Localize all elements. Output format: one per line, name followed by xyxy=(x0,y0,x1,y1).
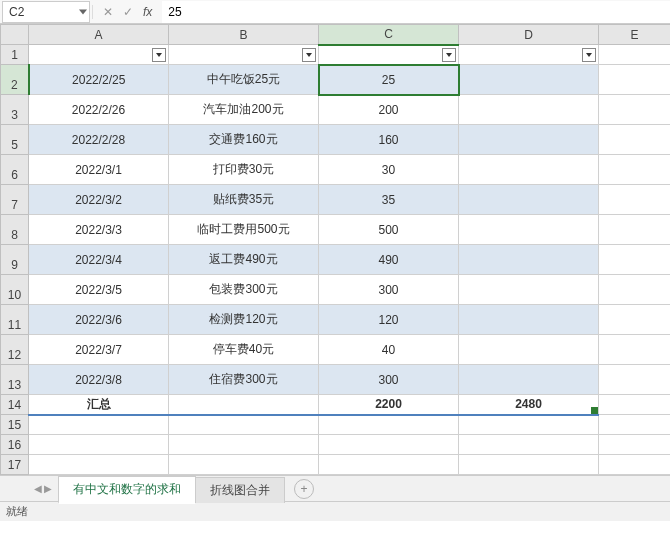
total-blank[interactable] xyxy=(169,395,319,415)
cell-extra[interactable] xyxy=(459,65,599,95)
total-amount[interactable]: 2200 xyxy=(319,395,459,415)
row-header-5[interactable]: 5 xyxy=(1,125,29,155)
cell-empty[interactable] xyxy=(29,435,169,455)
filter-button[interactable] xyxy=(152,48,166,62)
col-header-E[interactable]: E xyxy=(599,25,671,45)
add-sheet-button[interactable]: + xyxy=(294,479,314,499)
row-header-9[interactable]: 9 xyxy=(1,245,29,275)
cell-E1[interactable] xyxy=(599,45,671,65)
cell-amount[interactable]: 160 xyxy=(319,125,459,155)
cell-item[interactable]: 打印费30元 xyxy=(169,155,319,185)
cell-amount[interactable]: 35 xyxy=(319,185,459,215)
filter-button[interactable] xyxy=(582,48,596,62)
cell-E11[interactable] xyxy=(599,305,671,335)
cell-date[interactable]: 2022/3/5 xyxy=(29,275,169,305)
cell-item[interactable]: 汽车加油200元 xyxy=(169,95,319,125)
row-header-12[interactable]: 12 xyxy=(1,335,29,365)
header-item[interactable]: 报销项目 xyxy=(169,45,319,65)
header-col1[interactable]: 列1 xyxy=(459,45,599,65)
cell-empty[interactable] xyxy=(169,455,319,475)
cell-empty[interactable] xyxy=(319,455,459,475)
tab-next-icon[interactable]: ▶ xyxy=(44,483,52,494)
cell-E7[interactable] xyxy=(599,185,671,215)
cell-extra[interactable] xyxy=(459,275,599,305)
cell-item[interactable]: 返工费490元 xyxy=(169,245,319,275)
row-header-6[interactable]: 6 xyxy=(1,155,29,185)
cell-item[interactable]: 中午吃饭25元 xyxy=(169,65,319,95)
cell-item[interactable]: 包装费300元 xyxy=(169,275,319,305)
cell-date[interactable]: 2022/3/2 xyxy=(29,185,169,215)
col-header-C[interactable]: C xyxy=(319,25,459,45)
cell-empty[interactable] xyxy=(319,435,459,455)
cell-amount[interactable]: 200 xyxy=(319,95,459,125)
cell-amount[interactable]: 30 xyxy=(319,155,459,185)
cell-empty[interactable] xyxy=(459,455,599,475)
cell-date[interactable]: 2022/3/6 xyxy=(29,305,169,335)
cell-item[interactable]: 交通费160元 xyxy=(169,125,319,155)
tab-prev-icon[interactable]: ◀ xyxy=(34,483,42,494)
cell-extra[interactable] xyxy=(459,185,599,215)
row-header-13[interactable]: 13 xyxy=(1,365,29,395)
chevron-down-icon[interactable] xyxy=(79,9,87,14)
cell-empty[interactable] xyxy=(169,415,319,435)
cell-E9[interactable] xyxy=(599,245,671,275)
cell-amount[interactable]: 40 xyxy=(319,335,459,365)
cell-extra[interactable] xyxy=(459,95,599,125)
formula-input[interactable] xyxy=(162,1,670,23)
cell-extra[interactable] xyxy=(459,215,599,245)
cell-amount[interactable]: 25 xyxy=(319,65,459,95)
cell-extra[interactable] xyxy=(459,365,599,395)
fx-icon[interactable]: fx xyxy=(143,5,152,19)
name-box[interactable]: C2 xyxy=(2,1,90,23)
cell-E6[interactable] xyxy=(599,155,671,185)
cell-extra[interactable] xyxy=(459,335,599,365)
cell-extra[interactable] xyxy=(459,155,599,185)
cell-extra[interactable] xyxy=(459,245,599,275)
cell-empty[interactable] xyxy=(459,415,599,435)
cell-E5[interactable] xyxy=(599,125,671,155)
cell-item[interactable]: 贴纸费35元 xyxy=(169,185,319,215)
cell-date[interactable]: 2022/2/25 xyxy=(29,65,169,95)
cell-amount[interactable]: 490 xyxy=(319,245,459,275)
row-header-1[interactable]: 1 xyxy=(1,45,29,65)
cell-date[interactable]: 2022/2/28 xyxy=(29,125,169,155)
filter-button[interactable] xyxy=(442,48,456,62)
cell-amount[interactable]: 300 xyxy=(319,365,459,395)
confirm-icon[interactable]: ✓ xyxy=(123,5,133,19)
cell-empty[interactable] xyxy=(29,415,169,435)
cell-date[interactable]: 2022/3/4 xyxy=(29,245,169,275)
cell-date[interactable]: 2022/3/1 xyxy=(29,155,169,185)
cell-item[interactable]: 停车费40元 xyxy=(169,335,319,365)
cell-E10[interactable] xyxy=(599,275,671,305)
cell-empty[interactable] xyxy=(459,435,599,455)
cell-empty[interactable] xyxy=(169,435,319,455)
row-header-16[interactable]: 16 xyxy=(1,435,29,455)
row-header-7[interactable]: 7 xyxy=(1,185,29,215)
col-header-B[interactable]: B xyxy=(169,25,319,45)
cell-date[interactable]: 2022/2/26 xyxy=(29,95,169,125)
cell-empty[interactable] xyxy=(599,455,671,475)
cell-date[interactable]: 2022/3/8 xyxy=(29,365,169,395)
header-time[interactable]: 时间 xyxy=(29,45,169,65)
cell-amount[interactable]: 120 xyxy=(319,305,459,335)
total-label[interactable]: 汇总 xyxy=(29,395,169,415)
col-header-D[interactable]: D xyxy=(459,25,599,45)
cell-date[interactable]: 2022/3/7 xyxy=(29,335,169,365)
cell-E2[interactable] xyxy=(599,65,671,95)
row-header-15[interactable]: 15 xyxy=(1,415,29,435)
filter-button[interactable] xyxy=(302,48,316,62)
row-header-14[interactable]: 14 xyxy=(1,395,29,415)
cell-E14[interactable] xyxy=(599,395,671,415)
cell-E8[interactable] xyxy=(599,215,671,245)
row-header-17[interactable]: 17 xyxy=(1,455,29,475)
select-all-corner[interactable] xyxy=(1,25,29,45)
col-header-A[interactable]: A xyxy=(29,25,169,45)
cell-empty[interactable] xyxy=(599,415,671,435)
row-header-10[interactable]: 10 xyxy=(1,275,29,305)
cell-amount[interactable]: 300 xyxy=(319,275,459,305)
cell-empty[interactable] xyxy=(319,415,459,435)
total-extra[interactable]: 2480 xyxy=(459,395,599,415)
cell-item[interactable]: 检测费120元 xyxy=(169,305,319,335)
cell-amount[interactable]: 500 xyxy=(319,215,459,245)
sheet-tab[interactable]: 折线图合并 xyxy=(195,477,285,503)
